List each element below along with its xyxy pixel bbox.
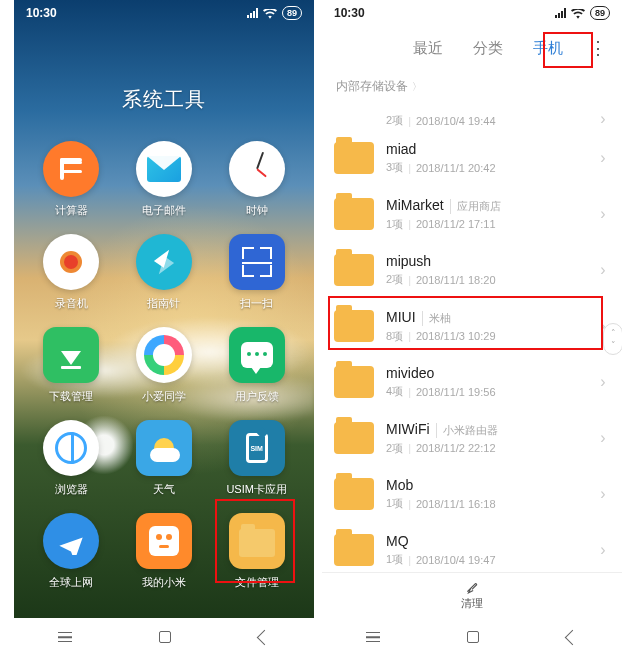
app-email[interactable]: 电子邮件 <box>123 141 206 218</box>
app-calculator[interactable]: 计算器 <box>30 141 113 218</box>
list-item[interactable]: miad3项|2018/11/1 20:42› <box>322 130 622 186</box>
chevron-right-icon: › <box>596 541 610 559</box>
downloads-icon <box>43 327 99 383</box>
globalnet-icon <box>43 513 99 569</box>
cleanup-button[interactable]: 清理 <box>322 572 622 618</box>
chevron-right-icon: › <box>596 485 610 503</box>
chevron-right-icon: 〉 <box>412 80 422 94</box>
list-item[interactable]: MQ1项|2018/10/4 19:47› <box>322 522 622 572</box>
folder-icon <box>334 142 374 174</box>
folder-icon <box>334 310 374 342</box>
tab-category[interactable]: 分类 <box>458 33 518 64</box>
chevron-right-icon: › <box>596 205 610 223</box>
folder-icon <box>334 366 374 398</box>
list-item[interactable]: MIUI米柚8项|2018/11/3 10:29› <box>322 298 622 354</box>
xiaoai-icon <box>136 327 192 383</box>
tabs: 最近 分类 手机 ⋮ <box>322 26 622 70</box>
battery-icon: 89 <box>282 6 302 20</box>
chevron-right-icon: › <box>596 373 610 391</box>
folder-list[interactable]: 2项 | 2018/10/4 19:44 › miad3项|2018/11/1 … <box>322 106 622 572</box>
app-scanner[interactable]: 扫一扫 <box>215 234 298 311</box>
app-globalnet[interactable]: 全球上网 <box>30 513 113 590</box>
clock-icon <box>229 141 285 197</box>
app-mymi[interactable]: 我的小米 <box>123 513 206 590</box>
list-item[interactable]: MIWiFi小米路由器2项|2018/11/2 22:12› <box>322 410 622 466</box>
list-item[interactable]: 2项 | 2018/10/4 19:44 › <box>322 106 622 130</box>
list-item[interactable]: mivideo4项|2018/11/1 19:56› <box>322 354 622 410</box>
wifi-icon <box>571 8 585 18</box>
app-label: USIM卡应用 <box>226 482 287 497</box>
list-item[interactable]: Mob1项|2018/11/1 16:18› <box>322 466 622 522</box>
folder-icon <box>334 198 374 230</box>
chevron-right-icon: › <box>596 429 610 447</box>
folder-icon <box>334 254 374 286</box>
folder-icon <box>334 478 374 510</box>
feedback-icon <box>229 327 285 383</box>
home-screen: 10:30 89 系统工具 计算器电子邮件时钟录音机指南针扫一扫下载管理小爱同学… <box>14 0 314 618</box>
app-browser[interactable]: 浏览器 <box>30 420 113 497</box>
brush-icon <box>464 580 480 594</box>
nav-back-icon[interactable] <box>565 629 581 645</box>
folder-title: 系统工具 <box>14 86 314 113</box>
list-item[interactable]: mipush2项|2018/11/1 18:20› <box>322 242 622 298</box>
status-bar: 10:30 89 <box>14 0 314 26</box>
app-label: 文件管理 <box>235 575 279 590</box>
app-label: 时钟 <box>246 203 268 218</box>
tab-phone[interactable]: 手机 <box>518 33 578 64</box>
browser-icon <box>43 420 99 476</box>
app-clock[interactable]: 时钟 <box>215 141 298 218</box>
nav-home-icon[interactable] <box>159 631 171 643</box>
app-weather[interactable]: 天气 <box>123 420 206 497</box>
app-usim[interactable]: USIM卡应用 <box>215 420 298 497</box>
scanner-icon <box>229 234 285 290</box>
breadcrumb[interactable]: 内部存储设备 〉 <box>322 70 622 101</box>
app-label: 下载管理 <box>49 389 93 404</box>
app-label: 电子邮件 <box>142 203 186 218</box>
app-label: 小爱同学 <box>142 389 186 404</box>
android-nav-bar <box>14 620 314 654</box>
app-label: 计算器 <box>55 203 88 218</box>
list-item[interactable]: MiMarket应用商店1项|2018/11/2 17:11› <box>322 186 622 242</box>
wifi-icon <box>263 8 277 18</box>
folder-icon <box>334 534 374 566</box>
battery-icon: 89 <box>590 6 610 20</box>
app-feedback[interactable]: 用户反馈 <box>215 327 298 404</box>
scroll-pager[interactable]: ˄ ˅ <box>603 323 622 355</box>
folder-icon <box>334 422 374 454</box>
nav-back-icon[interactable] <box>257 629 273 645</box>
app-xiaoai[interactable]: 小爱同学 <box>123 327 206 404</box>
email-icon <box>136 141 192 197</box>
app-files[interactable]: 文件管理 <box>215 513 298 590</box>
file-manager: 10:30 89 最近 分类 手机 ⋮ 内部存储设备 〉 <box>322 0 622 618</box>
usim-icon <box>229 420 285 476</box>
android-nav-bar <box>322 620 622 654</box>
signal-icon <box>555 8 566 18</box>
mymi-icon <box>136 513 192 569</box>
nav-home-icon[interactable] <box>467 631 479 643</box>
nav-recents-icon[interactable] <box>366 632 380 642</box>
chevron-down-icon: ˅ <box>611 340 616 350</box>
app-label: 全球上网 <box>49 575 93 590</box>
more-menu-icon[interactable]: ⋮ <box>584 37 612 59</box>
weather-icon <box>136 420 192 476</box>
compass-icon <box>136 234 192 290</box>
nav-recents-icon[interactable] <box>58 632 72 642</box>
status-time: 10:30 <box>334 6 365 20</box>
app-label: 浏览器 <box>55 482 88 497</box>
app-label: 扫一扫 <box>240 296 273 311</box>
app-label: 指南针 <box>147 296 180 311</box>
chevron-up-icon: ˄ <box>611 328 616 338</box>
app-label: 录音机 <box>55 296 88 311</box>
chevron-right-icon: › <box>596 149 610 167</box>
app-compass[interactable]: 指南针 <box>123 234 206 311</box>
status-time: 10:30 <box>26 6 57 20</box>
app-downloads[interactable]: 下载管理 <box>30 327 113 404</box>
tab-recent[interactable]: 最近 <box>398 33 458 64</box>
status-bar: 10:30 89 <box>322 0 622 26</box>
chevron-right-icon: › <box>596 110 610 128</box>
app-label: 天气 <box>153 482 175 497</box>
app-grid: 计算器电子邮件时钟录音机指南针扫一扫下载管理小爱同学用户反馈浏览器天气USIM卡… <box>14 141 314 590</box>
app-recorder[interactable]: 录音机 <box>30 234 113 311</box>
files-icon <box>229 513 285 569</box>
app-label: 我的小米 <box>142 575 186 590</box>
